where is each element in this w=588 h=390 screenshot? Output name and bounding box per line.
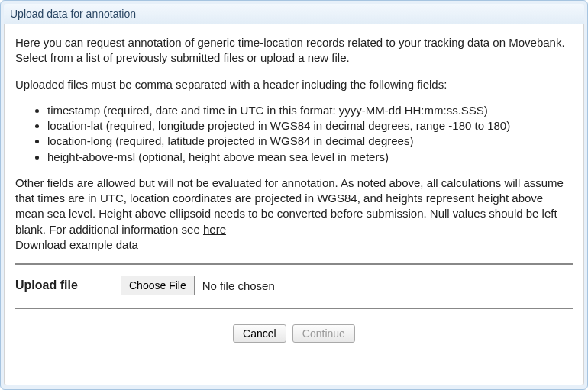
divider — [15, 263, 573, 265]
divider — [15, 308, 573, 309]
upload-dialog: Upload data for annotation Here you can … — [0, 0, 588, 390]
choose-file-button[interactable]: Choose File — [121, 276, 195, 295]
cancel-button[interactable]: Cancel — [233, 324, 286, 343]
file-chosen-status: No file chosen — [202, 279, 275, 292]
notes-paragraph: Other fields are allowed but will not be… — [15, 176, 573, 253]
download-example-link[interactable]: Download example data — [15, 238, 138, 251]
dialog-actions: Cancel Continue — [15, 324, 573, 343]
intro-paragraph-2: Uploaded files must be comma separated w… — [15, 77, 573, 92]
notes-text: Other fields are allowed but will not be… — [15, 176, 564, 236]
info-here-link[interactable]: here — [203, 223, 226, 236]
upload-file-label: Upload file — [15, 279, 99, 292]
list-item: timestamp (required, date and time in UT… — [47, 103, 573, 118]
list-item: location-long (required, latitude projec… — [47, 134, 573, 149]
required-fields-list: timestamp (required, date and time in UT… — [15, 103, 573, 165]
list-item: location-lat (required, longitude projec… — [47, 118, 573, 134]
intro-paragraph-1: Here you can request annotation of gener… — [15, 35, 573, 66]
dialog-body: Here you can request annotation of gener… — [4, 24, 584, 385]
list-item: height-above-msl (optional, height above… — [47, 150, 573, 165]
continue-button[interactable]: Continue — [292, 324, 355, 343]
upload-row: Upload file Choose File No file chosen — [15, 276, 573, 295]
dialog-title: Upload data for annotation — [4, 4, 584, 24]
